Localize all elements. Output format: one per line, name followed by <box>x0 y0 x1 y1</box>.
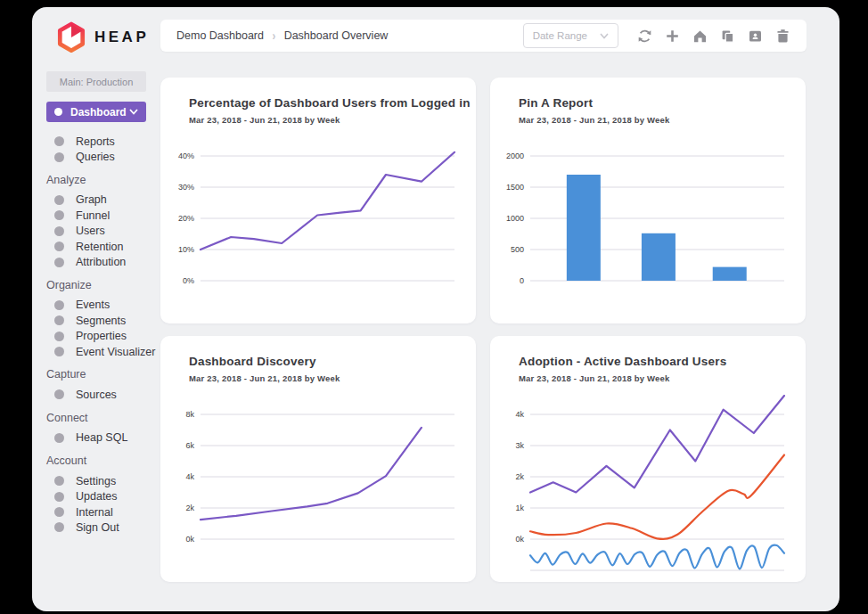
date-range-label: Date Range <box>533 30 587 41</box>
bullet-dot-icon <box>54 258 64 267</box>
window-frame: HEAP Demo Dashboard › Dashboard Overview… <box>0 0 868 614</box>
chart-subtitle: Mar 23, 2018 - Jun 21, 2018 by Week <box>519 373 669 383</box>
svg-text:1500: 1500 <box>506 183 524 192</box>
breadcrumb: Demo Dashboard › Dashboard Overview <box>176 29 388 43</box>
bullet-dot-icon <box>54 152 64 162</box>
breadcrumb-parent[interactable]: Demo Dashboard <box>176 29 264 42</box>
breadcrumb-separator-icon: › <box>272 29 275 43</box>
svg-text:30%: 30% <box>178 183 194 192</box>
bullet-dot-icon <box>54 136 64 146</box>
svg-text:20%: 20% <box>178 214 194 223</box>
svg-text:1000: 1000 <box>506 214 524 223</box>
svg-text:2k: 2k <box>185 503 194 512</box>
home-icon[interactable] <box>692 28 708 44</box>
svg-text:2000: 2000 <box>506 151 524 160</box>
svg-text:0k: 0k <box>515 535 524 544</box>
svg-text:8k: 8k <box>185 410 194 419</box>
bullet-dot-icon <box>54 210 64 220</box>
toolbar-actions <box>636 28 790 44</box>
chart-subtitle: Mar 23, 2018 - Jun 21, 2018 by Week <box>189 115 340 125</box>
sidebar-item-dashboard-active[interactable]: Dashboard <box>46 102 146 122</box>
bullet-dot-icon <box>54 389 64 399</box>
line-chart-plot: 8k6k4k2k0k <box>160 395 476 580</box>
chart-title: Pin A Report <box>519 96 593 110</box>
bullet-dot-icon <box>54 315 64 325</box>
svg-text:0: 0 <box>520 276 524 285</box>
chart-title: Dashboard Discovery <box>189 355 316 368</box>
bullet-dot-icon <box>54 300 64 310</box>
bullet-dot-icon <box>54 108 62 116</box>
contact-card-icon[interactable] <box>747 28 763 44</box>
chart-card-pin-a-report: Pin A Report Mar 23, 2018 - Jun 21, 2018… <box>490 78 806 323</box>
bullet-dot-icon <box>54 476 64 486</box>
chart-title: Adoption - Active Dashboard Users <box>519 355 726 368</box>
bullet-dot-icon <box>54 347 64 356</box>
top-bar: Demo Dashboard › Dashboard Overview Date… <box>160 20 807 52</box>
line-chart-plot: 40%30%20%10%0% <box>160 136 476 322</box>
chart-subtitle: Mar 23, 2018 - Jun 21, 2018 by Week <box>519 115 669 125</box>
chart-subtitle: Mar 23, 2018 - Jun 21, 2018 by Week <box>189 373 340 383</box>
svg-text:40%: 40% <box>178 151 194 160</box>
sidebar-item-label: Dashboard <box>70 106 129 119</box>
bullet-dot-icon <box>54 242 64 251</box>
breadcrumb-current: Dashboard Overview <box>284 29 389 42</box>
multi-line-chart-plot: 4k3k2k1k0k <box>490 395 806 580</box>
bar-chart-plot: 2000150010005000 <box>490 136 806 322</box>
bullet-dot-icon <box>54 507 64 517</box>
chart-card-dashboard-discovery: Dashboard Discovery Mar 23, 2018 - Jun 2… <box>160 336 476 582</box>
bullet-dot-icon <box>54 226 64 236</box>
svg-text:6k: 6k <box>185 441 194 450</box>
trash-icon[interactable] <box>774 28 790 44</box>
svg-text:2k: 2k <box>515 472 524 481</box>
chevron-down-icon <box>129 109 138 115</box>
bullet-dot-icon <box>54 433 64 443</box>
svg-text:10%: 10% <box>178 245 194 254</box>
bullet-dot-icon <box>54 195 64 205</box>
chart-card-adoption: Adoption - Active Dashboard Users Mar 23… <box>490 336 806 582</box>
logo-wordmark: HEAP <box>94 29 149 46</box>
app-canvas: HEAP Demo Dashboard › Dashboard Overview… <box>32 7 839 611</box>
chart-card-pct-logged-in: Percentage of Dashboard Users from Logge… <box>160 78 476 323</box>
chevron-down-icon <box>600 33 609 39</box>
heap-logo[interactable]: HEAP <box>57 21 149 53</box>
chart-title: Percentage of Dashboard Users from Logge… <box>189 96 471 110</box>
svg-text:0%: 0% <box>183 276 194 285</box>
svg-text:500: 500 <box>511 245 524 254</box>
svg-text:4k: 4k <box>185 472 194 481</box>
svg-text:1k: 1k <box>515 503 524 512</box>
refresh-icon[interactable] <box>636 28 652 44</box>
bullet-dot-icon <box>54 332 64 341</box>
svg-text:0k: 0k <box>185 535 194 544</box>
svg-text:4k: 4k <box>515 410 524 419</box>
date-range-dropdown[interactable]: Date Range <box>523 23 618 48</box>
bullet-dot-icon <box>54 522 64 532</box>
add-icon[interactable] <box>664 28 680 44</box>
heap-hexagon-icon <box>57 21 86 53</box>
environment-selector[interactable]: Main: Production <box>46 71 146 92</box>
svg-text:3k: 3k <box>515 441 524 450</box>
copy-icon[interactable] <box>719 28 735 44</box>
bullet-dot-icon <box>54 492 64 502</box>
